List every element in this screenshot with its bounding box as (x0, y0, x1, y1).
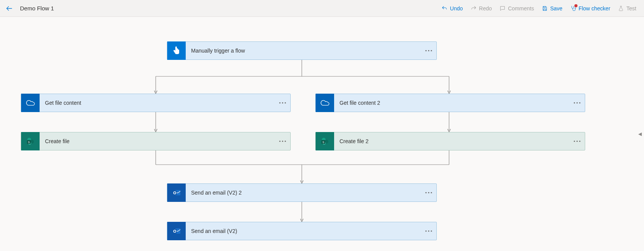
node-get-file-content[interactable]: Get file content (21, 94, 291, 112)
redo-button[interactable]: Redo (468, 3, 495, 14)
node-label: Create file (40, 138, 275, 144)
more-dots-icon (279, 140, 286, 142)
svg-point-12 (282, 140, 283, 142)
back-button[interactable] (5, 4, 14, 13)
node-more-button[interactable] (421, 230, 436, 232)
svg-text:S: S (28, 141, 30, 144)
svg-rect-32 (173, 229, 177, 233)
svg-point-4 (282, 102, 283, 103)
canvas-expand-caret[interactable]: ◀ (638, 131, 642, 137)
flow-checker-button[interactable]: Flow checker (567, 3, 613, 14)
comment-icon (499, 5, 506, 12)
arrow-left-icon (5, 5, 13, 12)
save-button[interactable]: Save (539, 3, 566, 14)
svg-point-2 (431, 50, 432, 51)
node-more-button[interactable] (421, 50, 436, 51)
node-label: Create file 2 (334, 138, 569, 144)
more-dots-icon (425, 192, 432, 193)
node-more-button[interactable] (275, 140, 290, 142)
node-trigger[interactable]: Manually trigger a flow (167, 41, 437, 60)
svg-text:S: S (323, 141, 324, 144)
comments-label: Comments (508, 5, 534, 12)
comments-button[interactable]: Comments (496, 3, 537, 14)
node-label: Manually trigger a flow (186, 48, 421, 54)
svg-point-35 (428, 230, 429, 231)
flow-canvas[interactable]: Manually trigger a flow Get file content… (0, 17, 644, 251)
save-label: Save (550, 5, 562, 12)
outlook-icon (167, 222, 186, 240)
stethoscope-icon (570, 5, 576, 12)
undo-label: Undo (450, 5, 463, 12)
node-label: Get file content 2 (334, 100, 569, 106)
redo-icon (471, 5, 477, 12)
svg-point-14 (574, 102, 575, 103)
onedrive-icon (316, 94, 334, 112)
more-dots-icon (425, 230, 432, 232)
svg-point-29 (428, 192, 429, 193)
more-dots-icon (574, 102, 581, 104)
sharepoint-icon: S (21, 132, 40, 150)
more-dots-icon (425, 50, 432, 51)
node-create-file[interactable]: S Create file (21, 132, 291, 150)
save-icon (542, 5, 548, 12)
node-label: Send an email (V2) 2 (186, 190, 421, 196)
svg-point-28 (425, 192, 426, 193)
test-button[interactable]: Test (615, 3, 639, 14)
undo-button[interactable]: Undo (438, 3, 466, 14)
onedrive-icon (21, 94, 40, 112)
svg-point-16 (579, 102, 580, 103)
sharepoint-icon: S (316, 132, 334, 150)
svg-point-1 (428, 50, 429, 51)
flow-checker-label: Flow checker (579, 5, 610, 12)
svg-point-23 (576, 140, 577, 142)
header-toolbar: Undo Redo Comments Save Flow checke (438, 3, 639, 14)
svg-point-11 (279, 140, 280, 142)
redo-label: Redo (479, 5, 492, 12)
svg-rect-26 (173, 191, 177, 195)
node-more-button[interactable] (421, 192, 436, 193)
svg-point-34 (425, 230, 426, 231)
node-get-file-content-2[interactable]: Get file content 2 (315, 94, 585, 112)
manual-trigger-icon (167, 41, 186, 60)
node-label: Send an email (V2) (186, 228, 421, 234)
header-left: Demo Flow 1 (5, 4, 54, 13)
svg-point-3 (279, 102, 280, 103)
svg-point-15 (576, 102, 577, 103)
svg-point-22 (574, 140, 575, 142)
outlook-icon (167, 183, 186, 202)
node-create-file-2[interactable]: S Create file 2 (315, 132, 585, 150)
node-more-button[interactable] (275, 102, 290, 104)
svg-point-24 (579, 140, 580, 142)
node-more-button[interactable] (569, 140, 585, 142)
node-label: Get file content (40, 100, 275, 106)
more-dots-icon (574, 140, 581, 142)
svg-point-5 (285, 102, 286, 103)
svg-point-30 (431, 192, 432, 193)
alert-dot (574, 4, 577, 7)
svg-point-0 (425, 50, 426, 51)
flow-title: Demo Flow 1 (20, 5, 54, 12)
test-label: Test (626, 5, 636, 12)
node-more-button[interactable] (569, 102, 585, 104)
node-send-email-2[interactable]: Send an email (V2) 2 (167, 183, 437, 202)
editor-header: Demo Flow 1 Undo Redo Comments Save (0, 0, 644, 17)
svg-point-36 (431, 230, 432, 231)
svg-point-13 (285, 140, 286, 142)
undo-icon (441, 5, 448, 12)
node-send-email[interactable]: Send an email (V2) (167, 222, 437, 240)
more-dots-icon (279, 102, 286, 104)
flask-icon (618, 5, 624, 12)
